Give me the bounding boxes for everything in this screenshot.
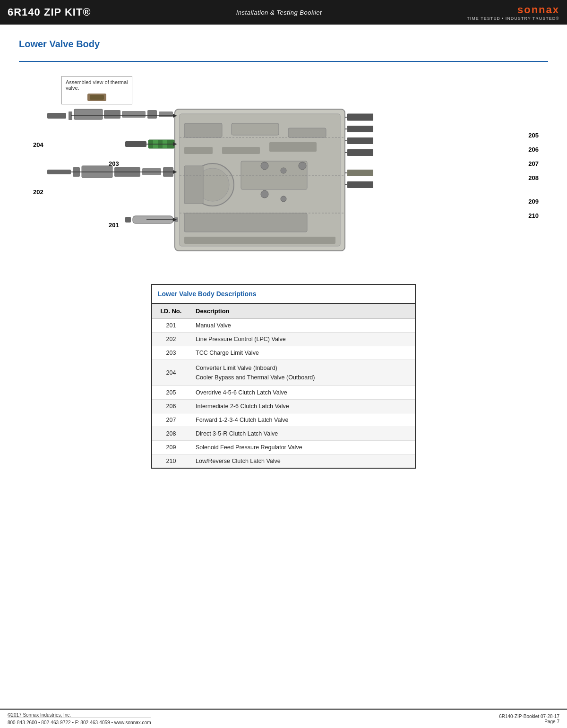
label-208: 208	[528, 174, 539, 181]
descriptions-table-container: Lower Valve Body Descriptions I.D. No. D…	[151, 284, 416, 469]
row-description: Manual Valve	[190, 319, 415, 333]
col-desc-header: Description	[190, 304, 415, 319]
table-row: 201Manual Valve	[152, 319, 415, 333]
row-description: Forward 1-2-3-4 Clutch Latch Valve	[190, 413, 415, 427]
label-202: 202	[33, 188, 43, 196]
footer-left: ©2017 Sonnax Industries, Inc. 800-843-26…	[8, 712, 151, 725]
row-description: Intermediate 2-6 Clutch Latch Valve	[190, 400, 415, 413]
table-row: 209Solenoid Feed Pressure Regulator Valv…	[152, 441, 415, 454]
table-header: Lower Valve Body Descriptions	[152, 285, 415, 304]
svg-rect-45	[347, 114, 373, 120]
svg-rect-2	[184, 123, 222, 137]
footer-right: 6R140-ZIP-Booklet 07-28-17 Page 7	[499, 714, 559, 724]
table-row: 208Direct 3-5-R Clutch Latch Valve	[152, 427, 415, 441]
svg-rect-12	[184, 213, 307, 232]
svg-rect-53	[347, 126, 373, 132]
row-description: Direct 3-5-R Clutch Latch Valve	[190, 427, 415, 441]
table-row: 207Forward 1-2-3-4 Clutch Latch Valve	[152, 413, 415, 427]
section-title: Lower Valve Body	[19, 39, 548, 51]
label-210: 210	[528, 212, 539, 219]
descriptions-table: I.D. No. Description 201Manual Valve202L…	[152, 304, 415, 468]
label-204: 204	[33, 141, 43, 148]
brand-tagline: TIME TESTED • INDUSTRY TRUSTED®	[467, 16, 559, 21]
svg-rect-36	[47, 170, 71, 174]
row-description: TCC Charge Limit Valve	[190, 346, 415, 360]
thermal-valve-icon	[87, 94, 106, 101]
svg-point-19	[299, 162, 306, 170]
row-description: Line Pressure Control (LPC) Valve	[190, 333, 415, 346]
table-row: 203TCC Charge Limit Valve	[152, 346, 415, 360]
title-divider	[19, 61, 548, 62]
logo-area: sonnax TIME TESTED • INDUSTRY TRUSTED®	[467, 4, 559, 21]
label-209: 209	[528, 198, 539, 205]
svg-rect-44	[174, 217, 178, 222]
doc-ref: 6R140-ZIP-Booklet 07-28-17	[499, 714, 559, 719]
assembled-view-box: Assembled view of thermal valve.	[61, 76, 132, 104]
row-id: 204	[152, 360, 190, 386]
thermal-valve-inner	[90, 95, 104, 100]
label-206: 206	[528, 146, 539, 153]
svg-point-21	[281, 196, 286, 202]
svg-rect-13	[184, 237, 335, 244]
svg-rect-8	[222, 147, 260, 154]
svg-rect-29	[125, 141, 146, 147]
main-content: Lower Valve Body Assembled view of therm…	[0, 25, 567, 488]
label-205: 205	[528, 132, 539, 139]
table-column-headers: I.D. No. Description	[152, 304, 415, 319]
table-row: 205Overdrive 4-5-6 Clutch Latch Valve	[152, 386, 415, 400]
row-id: 208	[152, 427, 190, 441]
row-id: 201	[152, 319, 190, 333]
footer-contact: 800-843-2600 • 802-463-9722 • F: 802-463…	[8, 718, 151, 725]
svg-point-18	[281, 168, 286, 173]
booklet-subtitle: Installation & Testing Booklet	[236, 9, 322, 16]
row-description: Overdrive 4-5-6 Clutch Latch Valve	[190, 386, 415, 400]
table-row: 204Converter Limit Valve (Inboard)Cooler…	[152, 360, 415, 386]
diagram-area: Assembled view of thermal valve. 204 203…	[19, 71, 548, 270]
table-row: 210Low/Reverse Clutch Latch Valve	[152, 454, 415, 468]
label-207: 207	[528, 160, 539, 167]
row-id: 209	[152, 441, 190, 454]
product-title: 6R140 ZIP KIT®	[8, 6, 91, 18]
svg-rect-26	[122, 111, 146, 118]
row-description: Low/Reverse Clutch Latch Valve	[190, 454, 415, 468]
row-id: 202	[152, 333, 190, 346]
svg-rect-27	[147, 110, 157, 119]
row-id: 205	[152, 386, 190, 400]
svg-point-17	[261, 162, 268, 170]
svg-rect-3	[232, 123, 279, 135]
svg-rect-81	[347, 181, 373, 188]
row-id: 210	[152, 454, 190, 468]
brand-logo: sonnax	[517, 4, 559, 16]
page-number: Page 7	[499, 719, 559, 724]
svg-rect-22	[47, 113, 66, 119]
svg-rect-74	[347, 170, 373, 176]
valve-body-diagram	[43, 100, 373, 260]
row-id: 206	[152, 400, 190, 413]
svg-rect-10	[184, 166, 203, 204]
row-description: Converter Limit Valve (Inboard)Cooler By…	[190, 360, 415, 386]
table-title: Lower Valve Body Descriptions	[158, 290, 257, 298]
assembled-view-label: Assembled view of thermal valve.	[66, 79, 128, 91]
svg-rect-9	[269, 142, 317, 152]
svg-rect-4	[288, 128, 326, 137]
row-id: 207	[152, 413, 190, 427]
svg-rect-60	[347, 137, 373, 144]
row-description: Solenoid Feed Pressure Regulator Valve	[190, 441, 415, 454]
col-id-header: I.D. No.	[152, 304, 190, 319]
row-id: 203	[152, 346, 190, 360]
svg-point-20	[261, 190, 268, 198]
page-footer: ©2017 Sonnax Industries, Inc. 800-843-26…	[0, 709, 567, 728]
table-row: 202Line Pressure Control (LPC) Valve	[152, 333, 415, 346]
svg-rect-67	[347, 149, 373, 156]
svg-rect-25	[104, 110, 120, 119]
page-header: 6R140 ZIP KIT® Installation & Testing Bo…	[0, 0, 567, 25]
copyright: ©2017 Sonnax Industries, Inc.	[8, 712, 151, 718]
svg-rect-24	[74, 109, 103, 120]
table-row: 206Intermediate 2-6 Clutch Latch Valve	[152, 400, 415, 413]
svg-rect-28	[159, 111, 173, 117]
svg-rect-7	[184, 147, 213, 154]
svg-rect-42	[125, 217, 131, 223]
